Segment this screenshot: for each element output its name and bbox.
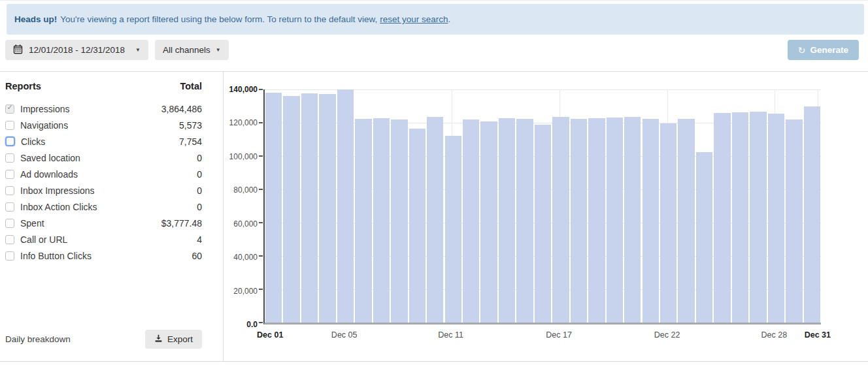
bar-dec-17[interactable] <box>552 117 569 323</box>
bar-dec-18[interactable] <box>571 119 587 323</box>
report-row-saved-location: Saved location0 <box>5 150 202 166</box>
reports-title: Reports <box>5 81 41 91</box>
bar-dec-24[interactable] <box>678 119 694 323</box>
bar-dec-29[interactable] <box>768 114 784 323</box>
bar-dec-03[interactable] <box>301 93 318 323</box>
report-row-inbox-action-clicks: Inbox Action Clicks0 <box>5 198 202 215</box>
bar-dec-25[interactable] <box>696 152 712 323</box>
reports-sidebar: Reports Total Impressions3,864,486Naviga… <box>0 72 224 361</box>
chevron-down-icon: ▼ <box>216 48 221 53</box>
checkbox-ad-downloads[interactable] <box>5 170 14 179</box>
banner-emphasis: Heads up! <box>14 14 57 24</box>
bars-container <box>265 89 820 323</box>
x-axis-label: Dec 22 <box>654 330 680 340</box>
y-axis-label: 0.0 <box>246 320 258 329</box>
total-column-header: Total <box>180 81 202 91</box>
report-total: 7,754 <box>179 136 202 147</box>
bar-dec-22[interactable] <box>643 119 659 323</box>
export-button[interactable]: Export <box>145 330 202 349</box>
generate-button[interactable]: ↻ Generate <box>788 40 859 60</box>
bar-dec-02[interactable] <box>283 96 299 323</box>
bar-dec-05[interactable] <box>337 89 354 323</box>
y-tick <box>259 155 263 157</box>
y-axis-label: 40,000 <box>233 253 258 262</box>
channels-dropdown[interactable]: All channels ▼ <box>155 40 229 60</box>
report-label: Call or URL <box>20 234 67 245</box>
report-label: Inbox Impressions <box>20 185 95 196</box>
checkbox-impressions[interactable] <box>5 104 14 114</box>
report-row-impressions: Impressions3,864,486 <box>5 101 202 117</box>
bar-dec-26[interactable] <box>714 113 730 323</box>
y-tick <box>259 189 263 190</box>
y-tick <box>259 322 263 323</box>
y-tick <box>259 289 263 290</box>
heads-up-banner: Heads up! You're viewing a report filter… <box>7 4 864 35</box>
x-axis-labels: Dec 01Dec 05Dec 11Dec 17Dec 22Dec 28Dec … <box>263 330 821 340</box>
report-total: 60 <box>192 251 202 261</box>
checkbox-navigations[interactable] <box>5 121 14 130</box>
bar-dec-01[interactable] <box>265 93 282 323</box>
bar-dec-21[interactable] <box>624 117 641 323</box>
y-axis-label: 80,000 <box>233 185 258 195</box>
bar-dec-07[interactable] <box>373 118 390 323</box>
bar-dec-09[interactable] <box>409 129 426 323</box>
download-icon <box>154 334 163 345</box>
y-axis-label: 140,000 <box>229 85 258 94</box>
bar-dec-28[interactable] <box>750 112 766 323</box>
bar-dec-04[interactable] <box>319 94 335 323</box>
bar-dec-13[interactable] <box>480 121 497 323</box>
y-axis-label: 100,000 <box>229 152 258 161</box>
report-total: 0 <box>197 169 202 180</box>
x-axis-label: Dec 28 <box>761 330 788 340</box>
checkbox-saved-location[interactable] <box>5 153 14 163</box>
x-axis-label: Dec 31 <box>805 330 831 340</box>
report-row-spent: Spent$3,777.48 <box>5 215 202 231</box>
checkbox-inbox-action-clicks[interactable] <box>5 202 14 212</box>
checkbox-inbox-impressions[interactable] <box>5 186 14 195</box>
report-label: Impressions <box>20 104 69 114</box>
bar-dec-08[interactable] <box>391 119 407 323</box>
checkbox-spent[interactable] <box>5 219 14 228</box>
bar-dec-14[interactable] <box>499 118 515 323</box>
report-label: Ad downloads <box>20 169 78 180</box>
bar-dec-27[interactable] <box>732 112 748 323</box>
y-axis-label: 20,000 <box>233 287 258 296</box>
report-total: 5,573 <box>179 120 202 131</box>
bar-dec-30[interactable] <box>786 119 802 323</box>
report-row-info-button-clicks: Info Button Clicks60 <box>5 247 202 264</box>
bar-dec-16[interactable] <box>535 125 551 323</box>
sidebar-footer: Daily breakdown Export <box>5 330 202 349</box>
refresh-icon: ↻ <box>798 46 806 55</box>
bar-dec-11[interactable] <box>445 136 461 323</box>
bar-dec-15[interactable] <box>516 119 533 323</box>
checkbox-clicks[interactable] <box>5 136 15 146</box>
reports-header-row: Reports Total <box>5 80 202 92</box>
report-label: Saved location <box>20 153 80 163</box>
checkbox-info-button-clicks[interactable] <box>5 251 14 261</box>
bar-dec-10[interactable] <box>427 117 443 323</box>
x-axis-label: Dec 17 <box>546 330 572 340</box>
report-total: 0 <box>197 185 202 196</box>
report-row-ad-downloads: Ad downloads0 <box>5 166 202 182</box>
reset-search-link[interactable]: reset your search <box>380 14 448 24</box>
bar-dec-31[interactable] <box>804 106 820 323</box>
y-tick <box>259 122 263 123</box>
report-content: Reports Total Impressions3,864,486Naviga… <box>0 72 868 362</box>
channels-value: All channels <box>163 45 210 55</box>
bar-dec-12[interactable] <box>463 119 479 323</box>
bar-dec-23[interactable] <box>660 123 676 323</box>
x-axis-label: Dec 11 <box>438 330 463 340</box>
date-range-picker[interactable]: 12/01/2018 - 12/31/2018 ▼ <box>5 40 148 60</box>
x-axis-label: Dec 01 <box>257 330 283 340</box>
bar-dec-19[interactable] <box>588 118 605 323</box>
report-row-navigations: Navigations5,573 <box>5 117 202 133</box>
report-label: Navigations <box>20 120 68 131</box>
checkbox-call-or-url[interactable] <box>5 235 14 244</box>
report-row-clicks: Clicks7,754 <box>5 133 202 150</box>
y-axis-labels: 0.020,00040,00060,00080,000100,000120,00… <box>224 89 258 325</box>
y-axis-label: 120,000 <box>229 118 258 127</box>
chart-plot <box>263 89 821 325</box>
bar-dec-20[interactable] <box>607 118 623 323</box>
bar-dec-06[interactable] <box>355 119 371 323</box>
daily-breakdown-chart: 0.020,00040,00060,00080,000100,000120,00… <box>224 72 868 361</box>
